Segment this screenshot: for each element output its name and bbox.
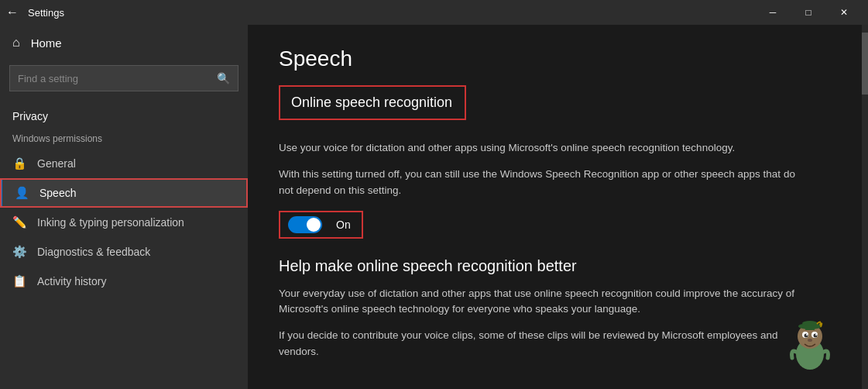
- inking-icon: ✏️: [12, 215, 26, 229]
- section-title: Online speech recognition: [291, 95, 452, 110]
- inking-label: Inking & typing personalization: [37, 216, 184, 229]
- note-text: With this setting turned off, you can st…: [279, 167, 805, 198]
- svg-point-7: [805, 334, 808, 338]
- section-title-box: Online speech recognition: [279, 85, 466, 120]
- window-controls: ─ □ ✕: [755, 0, 862, 25]
- scrollbar-thumb[interactable]: [862, 33, 868, 95]
- main-layout: ⌂ Home 🔍 Privacy Windows permissions 🔒 G…: [0, 25, 868, 389]
- toggle-wrapper: On: [279, 211, 363, 239]
- activity-label: Activity history: [37, 275, 106, 287]
- windows-permissions-label: Windows permissions: [0, 126, 248, 149]
- home-label: Home: [31, 36, 62, 50]
- search-box: 🔍: [9, 65, 238, 91]
- body1-text: Your everyday use of dictation and other…: [279, 286, 805, 318]
- toggle-switch[interactable]: [288, 216, 322, 233]
- sidebar-item-inking[interactable]: ✏️ Inking & typing personalization: [0, 208, 248, 237]
- svg-point-8: [814, 334, 818, 338]
- section2-title: Help make online speech recognition bett…: [279, 257, 837, 275]
- mascot: [783, 319, 837, 374]
- speech-icon: 👤: [15, 186, 29, 200]
- svg-point-4: [802, 321, 818, 325]
- sidebar-item-diagnostics[interactable]: ⚙️ Diagnostics & feedback: [0, 237, 248, 267]
- sidebar-item-general[interactable]: 🔒 General: [0, 149, 248, 178]
- speech-label: Speech: [39, 187, 76, 199]
- body2-text: If you decide to contribute your voice c…: [279, 328, 805, 360]
- back-button[interactable]: ←: [6, 6, 19, 19]
- minimize-button[interactable]: ─: [755, 0, 791, 25]
- toggle-row: On: [279, 211, 837, 239]
- page-title: Speech: [279, 46, 837, 71]
- content-area: Speech Online speech recognition Use you…: [248, 25, 868, 389]
- mascot-svg: [783, 319, 837, 374]
- scrollbar[interactable]: [862, 25, 868, 389]
- activity-icon: 📋: [12, 274, 26, 288]
- description-text: Use your voice for dictation and other a…: [279, 140, 805, 156]
- diagnostics-icon: ⚙️: [12, 245, 26, 259]
- maximize-button[interactable]: □: [791, 0, 826, 25]
- search-input[interactable]: [18, 73, 217, 84]
- toggle-label: On: [336, 219, 351, 231]
- svg-point-10: [815, 334, 817, 336]
- sidebar-item-speech[interactable]: 👤 Speech: [0, 178, 248, 208]
- title-bar: ← Settings ─ □ ✕: [0, 0, 868, 25]
- svg-point-11: [808, 339, 812, 342]
- privacy-section-label: Privacy: [0, 101, 248, 126]
- sidebar: ⌂ Home 🔍 Privacy Windows permissions 🔒 G…: [0, 25, 248, 389]
- search-icon[interactable]: 🔍: [217, 72, 230, 84]
- general-label: General: [37, 157, 76, 170]
- toggle-thumb: [307, 218, 321, 232]
- home-icon: ⌂: [12, 36, 20, 50]
- svg-point-9: [806, 334, 808, 336]
- sidebar-item-activity[interactable]: 📋 Activity history: [0, 267, 248, 296]
- close-button[interactable]: ✕: [826, 0, 862, 25]
- app-title: Settings: [28, 7, 755, 19]
- lock-icon: 🔒: [12, 157, 26, 170]
- diagnostics-label: Diagnostics & feedback: [37, 246, 150, 258]
- sidebar-item-home[interactable]: ⌂ Home: [0, 25, 248, 60]
